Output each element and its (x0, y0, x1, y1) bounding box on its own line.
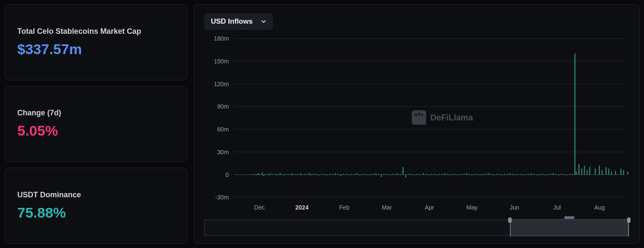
svg-rect-151 (576, 172, 577, 174)
metric-dropdown-label: USD Inflows (211, 17, 253, 26)
svg-rect-140 (547, 174, 548, 175)
svg-rect-74 (367, 174, 368, 175)
svg-rect-38 (277, 174, 278, 175)
svg-rect-90 (411, 174, 412, 175)
svg-rect-142 (553, 173, 554, 175)
svg-rect-141 (550, 174, 551, 175)
svg-rect-117 (485, 174, 486, 175)
svg-rect-103 (447, 174, 448, 175)
svg-rect-31 (263, 174, 264, 176)
svg-rect-114 (477, 174, 478, 175)
svg-rect-143 (555, 174, 556, 175)
svg-rect-128 (515, 174, 516, 175)
svg-rect-55 (316, 174, 317, 175)
svg-rect-84 (394, 174, 395, 175)
svg-text:90m: 90m (217, 103, 229, 110)
svg-rect-139 (544, 174, 545, 175)
svg-text:180m: 180m (214, 35, 229, 42)
card-dominance: USDT Dominance 75.88% (4, 168, 188, 244)
svg-rect-85 (397, 173, 398, 175)
svg-rect-132 (526, 174, 527, 175)
svg-rect-67 (348, 174, 349, 175)
svg-rect-94 (423, 173, 424, 175)
svg-rect-30 (262, 172, 263, 174)
card-dominance-value: 75.88% (17, 204, 175, 221)
plot-area[interactable]: DeFiLlama -30m030m60m90m120m150m180mDec2… (204, 34, 629, 215)
svg-rect-46 (294, 174, 295, 175)
svg-rect-62 (335, 173, 336, 175)
svg-rect-52 (309, 173, 310, 175)
svg-rect-53 (310, 174, 311, 175)
brush-handle-left[interactable] (508, 218, 512, 223)
svg-rect-76 (373, 174, 374, 175)
svg-rect-37 (275, 174, 276, 175)
svg-rect-81 (386, 174, 387, 175)
svg-rect-135 (534, 174, 535, 175)
svg-text:Apr: Apr (425, 204, 434, 211)
svg-rect-93 (419, 174, 420, 175)
svg-rect-122 (498, 174, 499, 175)
svg-text:Jul: Jul (553, 204, 561, 211)
svg-rect-165 (623, 170, 624, 175)
svg-rect-125 (507, 174, 508, 175)
brush-handle-right[interactable] (627, 218, 631, 223)
svg-rect-98 (434, 174, 434, 175)
svg-rect-69 (354, 174, 355, 175)
svg-rect-119 (490, 174, 491, 175)
svg-rect-32 (264, 174, 265, 175)
svg-rect-27 (256, 174, 257, 175)
svg-rect-136 (536, 174, 537, 175)
svg-rect-153 (581, 169, 582, 174)
svg-rect-111 (469, 174, 470, 175)
svg-rect-71 (359, 174, 360, 175)
svg-rect-42 (285, 174, 286, 175)
svg-rect-83 (392, 174, 393, 175)
svg-rect-61 (332, 174, 333, 175)
svg-rect-157 (595, 169, 595, 174)
card-marketcap-value: $337.57m (17, 41, 175, 57)
metric-dropdown[interactable]: USD Inflows (204, 13, 273, 30)
svg-text:Dec: Dec (254, 204, 265, 211)
svg-rect-91 (413, 174, 414, 175)
svg-rect-146 (563, 174, 564, 175)
svg-rect-70 (356, 173, 357, 175)
svg-rect-49 (301, 174, 302, 175)
svg-rect-92 (416, 174, 417, 175)
svg-rect-44 (290, 174, 291, 175)
svg-rect-59 (327, 174, 328, 175)
svg-rect-68 (351, 174, 352, 175)
svg-text:2024: 2024 (295, 204, 308, 211)
time-brush[interactable] (204, 220, 629, 236)
svg-text:60m: 60m (217, 126, 229, 133)
svg-rect-113 (474, 174, 475, 175)
svg-rect-162 (611, 172, 612, 174)
svg-rect-121 (496, 174, 497, 175)
svg-text:Jun: Jun (509, 204, 519, 211)
svg-rect-75 (370, 174, 371, 175)
svg-rect-102 (445, 173, 445, 175)
svg-rect-149 (572, 174, 573, 175)
svg-rect-115 (480, 174, 480, 175)
brush-window[interactable] (510, 219, 629, 237)
svg-text:Mar: Mar (382, 204, 392, 211)
card-change7d: Change (7d) 5.05% (4, 86, 188, 162)
svg-text:Aug: Aug (594, 204, 605, 211)
svg-rect-72 (362, 174, 363, 175)
inflows-chart: -30m030m60m90m120m150m180mDec2024FebMarA… (204, 34, 629, 215)
card-dominance-label: USDT Dominance (17, 191, 175, 199)
svg-rect-104 (450, 174, 451, 175)
svg-rect-105 (453, 174, 453, 175)
svg-rect-99 (437, 174, 437, 175)
svg-rect-150 (574, 54, 575, 174)
svg-rect-48 (300, 173, 301, 175)
svg-rect-164 (620, 169, 621, 174)
svg-rect-134 (531, 173, 532, 175)
svg-rect-97 (431, 174, 432, 175)
svg-rect-36 (272, 174, 273, 175)
svg-rect-147 (566, 174, 567, 175)
svg-rect-64 (340, 174, 341, 176)
svg-rect-80 (384, 174, 385, 175)
svg-rect-123 (501, 174, 502, 175)
svg-rect-130 (520, 174, 521, 175)
svg-rect-95 (426, 174, 426, 175)
